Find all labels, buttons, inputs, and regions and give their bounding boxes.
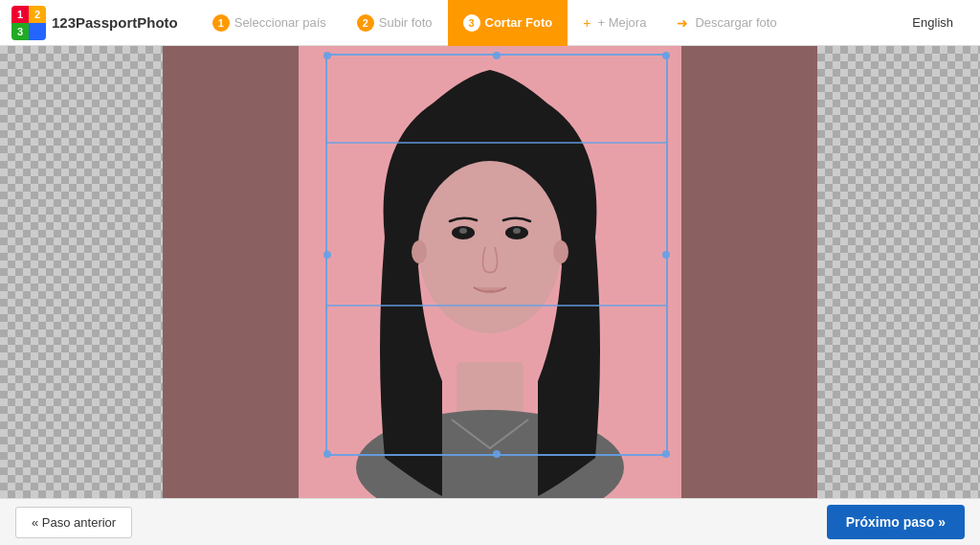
crop-handle-top-left[interactable] — [323, 52, 331, 59]
crop-handle-bottom-right[interactable] — [662, 450, 670, 458]
step-mejora[interactable]: + + Mejora — [568, 0, 661, 46]
crop-handle-top-mid[interactable] — [493, 52, 501, 59]
step-1-select-country[interactable]: 1 Seleccionar país — [197, 0, 342, 46]
mejora-label: + Mejora — [597, 15, 646, 30]
header: 1 2 3 123PassportPhoto 1 Seleccionar paí… — [0, 0, 980, 46]
footer: « Paso anterior Próximo paso » — [0, 498, 980, 545]
crop-handle-bottom-mid[interactable] — [493, 450, 501, 458]
step-3-num: 3 — [463, 14, 480, 32]
crop-overlay[interactable] — [325, 54, 668, 456]
logo-area[interactable]: 1 2 3 123PassportPhoto — [11, 6, 178, 40]
language-english[interactable]: English — [897, 0, 969, 46]
prev-button[interactable]: « Paso anterior — [15, 507, 132, 538]
step-3-label: Cortar Foto — [485, 15, 553, 30]
next-button[interactable]: Próximo paso » — [827, 505, 965, 539]
step-descargar[interactable]: ➜ Descargar foto — [661, 0, 791, 46]
step-3-crop-photo[interactable]: 3 Cortar Foto — [448, 0, 568, 46]
step-1-num: 1 — [212, 14, 230, 32]
logo-cell-2: 2 — [29, 6, 46, 23]
step-1-label: Seleccionar país — [234, 15, 326, 30]
step-2-upload-photo[interactable]: 2 Subir foto — [342, 0, 448, 46]
crop-handle-top-right[interactable] — [662, 52, 670, 59]
english-label: English — [912, 15, 953, 30]
plus-icon: + — [583, 15, 590, 31]
step-2-num: 2 — [357, 14, 374, 32]
guide-line-top — [327, 142, 666, 144]
guide-line-mid — [327, 305, 666, 307]
crop-handle-mid-left[interactable] — [323, 251, 331, 259]
logo-text: 123PassportPhoto — [52, 14, 178, 31]
logo-cell-4 — [29, 23, 46, 40]
checker-left — [0, 46, 163, 498]
checker-right — [817, 46, 980, 498]
descargar-label: Descargar foto — [695, 15, 776, 30]
main-canvas — [0, 46, 980, 498]
step-2-label: Subir foto — [379, 15, 433, 30]
logo-badge: 1 2 3 — [11, 6, 46, 40]
nav-steps: 1 Seleccionar país 2 Subir foto 3 Cortar… — [197, 0, 969, 46]
crop-handle-bottom-left[interactable] — [323, 450, 331, 458]
crop-handle-mid-right[interactable] — [662, 251, 670, 259]
logo-cell-3: 3 — [11, 23, 29, 40]
logo-cell-1: 1 — [11, 6, 29, 23]
arrow-icon: ➜ — [677, 15, 688, 31]
